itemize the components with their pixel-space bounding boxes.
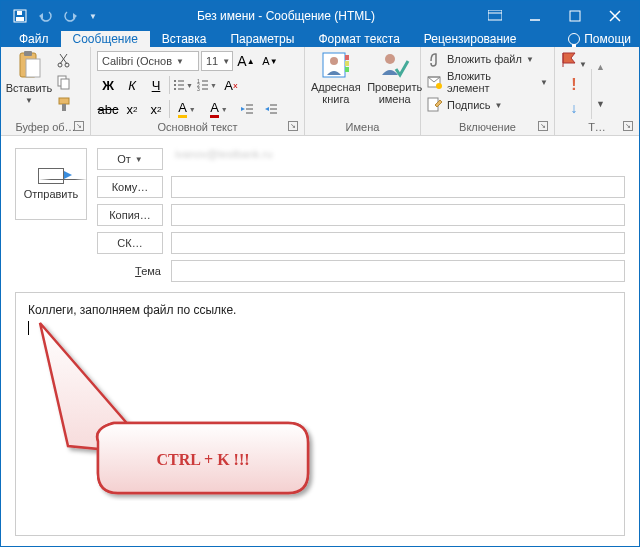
- svg-rect-12: [24, 51, 32, 56]
- app-window: ▼ Без имени - Сообщение (HTML) Файл Сооб…: [0, 0, 640, 547]
- bcc-button[interactable]: СК…: [97, 232, 163, 254]
- svg-rect-21: [62, 104, 66, 111]
- chevron-down-icon: ▼: [186, 82, 193, 89]
- svg-point-24: [174, 84, 176, 86]
- importance-low-button[interactable]: ↓: [570, 100, 577, 116]
- redo-icon[interactable]: [63, 7, 81, 25]
- svg-marker-38: [265, 107, 269, 111]
- tab-file[interactable]: Файл: [7, 31, 61, 47]
- attach-item-button[interactable]: Вложить элемент▼: [427, 70, 548, 94]
- ribbon-body: Вставить ▼ Буфер об…↘ Calibri (Основ▼ 11…: [1, 47, 639, 136]
- to-button[interactable]: Кому…: [97, 176, 163, 198]
- numbering-button[interactable]: 123▼: [196, 75, 218, 95]
- svg-rect-20: [59, 98, 69, 104]
- tab-help[interactable]: Помощи: [556, 31, 639, 47]
- undo-icon[interactable]: [37, 7, 55, 25]
- check-names-button[interactable]: Проверить имена: [369, 51, 421, 105]
- grow-font-button[interactable]: A▲: [235, 51, 257, 71]
- from-button[interactable]: От▼: [97, 148, 163, 170]
- chevron-down-icon: ▼: [176, 57, 184, 66]
- font-size-select[interactable]: 11▼: [201, 51, 233, 71]
- minimize-icon[interactable]: [515, 1, 555, 31]
- tab-insert[interactable]: Вставка: [150, 31, 219, 47]
- font-name-value: Calibri (Основ: [102, 55, 172, 67]
- attach-file-button[interactable]: Вложить файл▼: [427, 51, 548, 67]
- underline-button[interactable]: Ч: [145, 75, 167, 95]
- clipboard-launcher-icon[interactable]: ↘: [74, 121, 84, 131]
- chevron-down-icon: ▼: [210, 82, 217, 89]
- follow-up-button[interactable]: ▼: [561, 51, 587, 70]
- clear-formatting-button[interactable]: Aⅹ: [220, 75, 242, 95]
- clipboard-group-label: Буфер об…: [15, 121, 75, 133]
- font-name-select[interactable]: Calibri (Основ▼: [97, 51, 199, 71]
- message-body[interactable]: Коллеги, заполняем файл по ссылке. CTRL …: [15, 292, 625, 536]
- tab-format[interactable]: Формат текста: [306, 31, 411, 47]
- maximize-icon[interactable]: [555, 1, 595, 31]
- mail-headers: Отправить От▼ ivanov@testbank.ru Кому… К…: [15, 148, 625, 282]
- send-button[interactable]: Отправить: [15, 148, 87, 220]
- chevron-down-icon: ▼: [579, 60, 587, 69]
- cc-input[interactable]: [171, 204, 625, 226]
- subscript-button[interactable]: x2: [121, 99, 143, 119]
- increase-indent-button[interactable]: [260, 99, 282, 119]
- separator: [169, 76, 170, 94]
- separator: [169, 100, 170, 118]
- chevron-down-icon: ▼: [221, 106, 228, 113]
- tags-launcher-icon[interactable]: ↘: [623, 121, 633, 131]
- address-book-button[interactable]: Адресная книга: [311, 51, 361, 105]
- shrink-caret-icon: ▼: [270, 57, 278, 66]
- signature-button[interactable]: Подпись▼: [427, 97, 548, 113]
- qatools-dropdown-icon[interactable]: ▼: [89, 12, 97, 21]
- copy-icon[interactable]: [55, 73, 73, 91]
- tab-options[interactable]: Параметры: [218, 31, 306, 47]
- annotation-text: CTRL + K !!!: [156, 451, 249, 468]
- chevron-down-icon[interactable]: ▼: [596, 99, 605, 109]
- help-label: Помощи: [584, 32, 631, 46]
- svg-point-47: [385, 54, 395, 64]
- eraser-icon: ⅹ: [233, 81, 238, 90]
- strikethrough-button[interactable]: abc: [97, 99, 119, 119]
- font-launcher-icon[interactable]: ↘: [288, 121, 298, 131]
- highlight-glyph: А: [178, 100, 187, 118]
- bullets-button[interactable]: ▼: [172, 75, 194, 95]
- save-icon[interactable]: [11, 7, 29, 25]
- svg-point-26: [174, 88, 176, 90]
- to-input[interactable]: [171, 176, 625, 198]
- group-names: Адресная книга Проверить имена Имена: [305, 47, 421, 135]
- include-launcher-icon[interactable]: ↘: [538, 121, 548, 131]
- group-tags: ▼ ! ↓ ▲ ▼ Т…↘: [555, 47, 639, 135]
- close-icon[interactable]: [595, 1, 635, 31]
- bcc-input[interactable]: [171, 232, 625, 254]
- ribbon-tabs: Файл Сообщение Вставка Параметры Формат …: [1, 31, 639, 47]
- header-fields: От▼ ivanov@testbank.ru Кому… Копия… СК… …: [97, 148, 625, 282]
- quick-access-toolbar: ▼: [5, 7, 97, 25]
- superscript-button[interactable]: x2: [145, 99, 167, 119]
- cut-icon[interactable]: [55, 51, 73, 69]
- tab-message[interactable]: Сообщение: [61, 31, 150, 47]
- cc-button[interactable]: Копия…: [97, 204, 163, 226]
- paste-button[interactable]: Вставить ▼: [7, 51, 51, 105]
- shrink-font-button[interactable]: A▼: [259, 51, 281, 71]
- bold-button[interactable]: Ж: [97, 75, 119, 95]
- italic-button[interactable]: К: [121, 75, 143, 95]
- signature-icon: [427, 97, 443, 113]
- tab-review[interactable]: Рецензирование: [412, 31, 529, 47]
- tags-group-label: Т…: [588, 121, 606, 133]
- grow-caret-icon: ▲: [247, 57, 255, 66]
- svg-point-50: [436, 83, 442, 89]
- subject-input[interactable]: [171, 260, 625, 282]
- title-bar: ▼ Без имени - Сообщение (HTML): [1, 1, 639, 31]
- ribbon-display-icon[interactable]: [475, 1, 515, 31]
- highlight-button[interactable]: А▼: [172, 99, 202, 119]
- chevron-down-icon: ▼: [135, 155, 143, 164]
- group-font: Calibri (Основ▼ 11▼ A▲ A▼ Ж К Ч ▼ 123▼ A…: [91, 47, 305, 135]
- font-color-button[interactable]: А▼: [204, 99, 234, 119]
- importance-high-button[interactable]: !: [571, 76, 576, 94]
- svg-rect-1: [16, 17, 24, 21]
- svg-marker-34: [241, 107, 245, 111]
- format-painter-icon[interactable]: [55, 95, 73, 113]
- check-names-label: Проверить имена: [367, 81, 422, 105]
- from-label: От: [117, 153, 131, 165]
- chevron-up-icon[interactable]: ▲: [596, 62, 605, 72]
- decrease-indent-button[interactable]: [236, 99, 258, 119]
